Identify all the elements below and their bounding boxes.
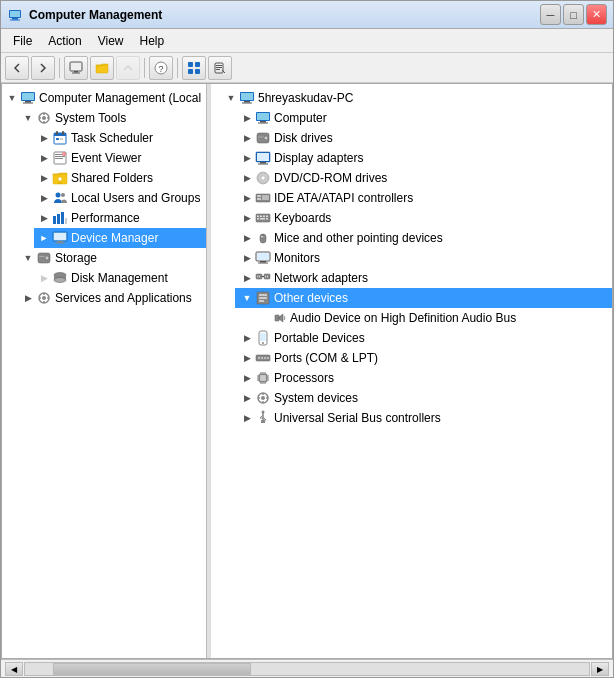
svg-rect-5 <box>71 63 81 70</box>
export-button[interactable] <box>208 56 232 80</box>
up-button[interactable] <box>116 56 140 80</box>
right-item-display-adapters[interactable]: ▶ Display adapters <box>235 148 612 168</box>
right-item-usb-controllers[interactable]: ▶ Universal Serial Bus controllers <box>235 408 612 428</box>
menu-view[interactable]: View <box>90 32 132 50</box>
svg-rect-12 <box>195 62 200 67</box>
right-item-ide-ata[interactable]: ▶ IDE ATA/ATAPI controllers <box>235 188 612 208</box>
label-disk-mgmt: Disk Management <box>71 271 168 285</box>
label-root-pc: 5hreyaskudav-PC <box>258 91 353 105</box>
right-item-keyboards[interactable]: ▶ Keyboards <box>235 208 612 228</box>
right-item-disk-drives[interactable]: ▶ Disk drives <box>235 128 612 148</box>
tree-item-storage[interactable]: ▼ Storage <box>18 248 206 268</box>
right-item-portable-devices[interactable]: ▶ Portable Devices <box>235 328 612 348</box>
close-button[interactable]: ✕ <box>586 4 607 25</box>
icon-ports <box>255 350 271 366</box>
right-item-monitors[interactable]: ▶ Monitors <box>235 248 612 268</box>
scroll-thumb[interactable] <box>53 663 250 675</box>
expander-ports[interactable]: ▶ <box>239 350 255 366</box>
label-portable-devices: Portable Devices <box>274 331 365 345</box>
forward-button[interactable] <box>31 56 55 80</box>
right-item-other-devices[interactable]: ▼ Other devices <box>235 288 612 308</box>
folder-view-button[interactable] <box>90 56 114 80</box>
icon-device-manager <box>52 230 68 246</box>
menu-file[interactable]: File <box>5 32 40 50</box>
expander-event-viewer[interactable]: ▶ <box>36 150 52 166</box>
expander-mice[interactable]: ▶ <box>239 230 255 246</box>
right-item-audio-device[interactable]: Audio Device on High Definition Audio Bu… <box>251 308 612 328</box>
svg-rect-82 <box>263 216 265 218</box>
expander-disk-drives[interactable]: ▶ <box>239 130 255 146</box>
expander-shared-folders[interactable]: ▶ <box>36 170 52 186</box>
svg-rect-103 <box>259 297 267 299</box>
tree-item-disk-mgmt[interactable]: ▶ Disk Management <box>34 268 206 288</box>
right-item-root[interactable]: ▼ 5hreyaskudav-PC <box>219 88 612 108</box>
tree-item-comp-mgmt[interactable]: ▼ Computer Management (Local <box>2 88 206 108</box>
svg-rect-41 <box>53 216 56 224</box>
scroll-right-button[interactable]: ▶ <box>591 662 609 676</box>
tree-item-system-tools[interactable]: ▼ System Tools <box>18 108 206 128</box>
right-item-mice[interactable]: ▶ Mice and other pointing devices <box>235 228 612 248</box>
expander-keyboards[interactable]: ▶ <box>239 210 255 226</box>
right-item-computer[interactable]: ▶ Computer <box>235 108 612 128</box>
back-button[interactable] <box>5 56 29 80</box>
expander-ide-ata[interactable]: ▶ <box>239 190 255 206</box>
expander-local-users[interactable]: ▶ <box>36 190 52 206</box>
expander-disk-mgmt[interactable]: ▶ <box>36 270 52 286</box>
right-item-dvd-rom[interactable]: ▶ DVD/CD-ROM drives <box>235 168 612 188</box>
svg-rect-58 <box>241 93 253 100</box>
tree-item-task-scheduler[interactable]: ▶ Task Scheduler <box>34 128 206 148</box>
expander-computer[interactable]: ▶ <box>239 110 255 126</box>
tree-item-device-manager[interactable]: ► Device Manager <box>34 228 206 248</box>
icon-root-pc <box>239 90 255 106</box>
svg-rect-100 <box>267 276 268 278</box>
left-pane: ▼ Computer Management (Local ▼ <box>2 84 207 658</box>
properties-button[interactable] <box>64 56 88 80</box>
expander-device-manager[interactable]: ► <box>36 230 52 246</box>
icon-task-scheduler <box>52 130 68 146</box>
tree-item-performance[interactable]: ▶ Performance <box>34 208 206 228</box>
scroll-left-button[interactable]: ◀ <box>5 662 23 676</box>
expander-dvd-rom[interactable]: ▶ <box>239 170 255 186</box>
svg-rect-83 <box>266 216 268 218</box>
minimize-button[interactable]: ─ <box>540 4 561 25</box>
expander-root[interactable]: ▼ <box>223 90 239 106</box>
maximize-button[interactable]: □ <box>563 4 584 25</box>
expander-usb-controllers[interactable]: ▶ <box>239 410 255 426</box>
expander-portable-devices[interactable]: ▶ <box>239 330 255 346</box>
expander-storage[interactable]: ▼ <box>20 250 36 266</box>
icon-disk-mgmt <box>52 270 68 286</box>
icon-audio-device <box>271 310 287 326</box>
label-comp-mgmt: Computer Management (Local <box>39 91 201 105</box>
tree-item-local-users[interactable]: ▶ Local Users and Groups <box>34 188 206 208</box>
tree-item-services-apps[interactable]: ▶ Services and Applications <box>18 288 206 308</box>
menu-action[interactable]: Action <box>40 32 89 50</box>
expander-system-tools[interactable]: ▼ <box>20 110 36 126</box>
label-disk-drives: Disk drives <box>274 131 333 145</box>
expander-services-apps[interactable]: ▶ <box>20 290 36 306</box>
tree-item-event-viewer[interactable]: ▶ ! Event Viewer <box>34 148 206 168</box>
tree-item-shared-folders[interactable]: ▶ Shared Folders <box>34 168 206 188</box>
icon-system-tools <box>36 110 52 126</box>
expander-comp-mgmt[interactable]: ▼ <box>4 90 20 106</box>
menu-help[interactable]: Help <box>132 32 173 50</box>
expander-processors[interactable]: ▶ <box>239 370 255 386</box>
help-button[interactable]: ? <box>149 56 173 80</box>
right-item-system-devices[interactable]: ▶ System devices <box>235 388 612 408</box>
expander-system-devices[interactable]: ▶ <box>239 390 255 406</box>
expander-other-devices[interactable]: ▼ <box>239 290 255 306</box>
svg-rect-92 <box>260 261 266 263</box>
extra-button[interactable] <box>182 56 206 80</box>
label-computer: Computer <box>274 111 327 125</box>
svg-point-24 <box>42 116 46 120</box>
expander-network-adapters[interactable]: ▶ <box>239 270 255 286</box>
expander-performance[interactable]: ▶ <box>36 210 52 226</box>
svg-rect-59 <box>244 101 250 103</box>
icon-computer <box>255 110 271 126</box>
expander-monitors[interactable]: ▶ <box>239 250 255 266</box>
expander-display-adapters[interactable]: ▶ <box>239 150 255 166</box>
right-item-processors[interactable]: ▶ <box>235 368 612 388</box>
expander-task-scheduler[interactable]: ▶ <box>36 130 52 146</box>
right-item-network-adapters[interactable]: ▶ Network adapters <box>235 268 612 288</box>
right-item-ports[interactable]: ▶ Ports (COM & LPT) <box>235 348 612 368</box>
svg-rect-21 <box>25 101 31 103</box>
